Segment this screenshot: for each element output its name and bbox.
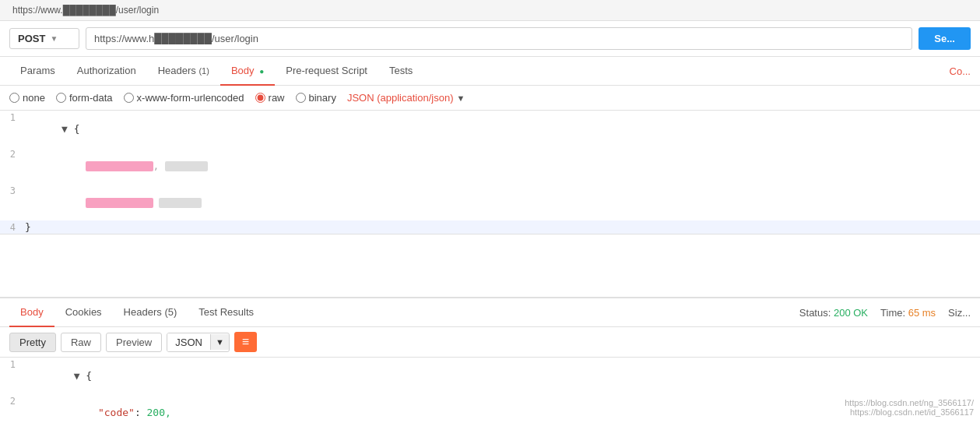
format-dropdown-icon[interactable]: ▼	[210, 334, 229, 350]
top-bar: https://www.████████/user/login	[0, 0, 980, 21]
tab-params[interactable]: Params	[9, 57, 66, 86]
format-select[interactable]: JSON ▼	[167, 333, 230, 352]
time-value: 65 ms	[908, 307, 936, 319]
response-format-row: Pretty Raw Preview JSON ▼ ≡	[0, 327, 980, 358]
url-input[interactable]	[86, 27, 912, 50]
editor-spacer	[0, 234, 980, 297]
format-preview-btn[interactable]: Preview	[106, 333, 162, 352]
code-line-1: 1 ▼ {	[0, 111, 980, 147]
format-json-label: JSON	[167, 333, 210, 351]
response-body: 1 ▼ { 2 "code": 200, 3 "message": "认证成功"…	[0, 358, 980, 423]
status-label: Status: 200 OK	[799, 307, 868, 319]
json-dropdown-icon[interactable]: ▼	[456, 93, 465, 103]
tab-cookies-right[interactable]: Co...	[950, 58, 971, 85]
method-chevron-icon: ▼	[50, 34, 58, 43]
method-select[interactable]: POST ▼	[9, 28, 79, 49]
option-binary[interactable]: binary	[296, 92, 336, 104]
response-tab-headers[interactable]: Headers (5)	[113, 298, 188, 327]
tab-body[interactable]: Body ●	[220, 57, 275, 86]
time-label: Time: 65 ms	[880, 307, 936, 319]
json-type-select[interactable]: JSON (application/json) ▼	[347, 92, 465, 104]
wrap-icon: ≡	[242, 335, 249, 348]
response-tab-cookies[interactable]: Cookies	[54, 298, 113, 327]
format-raw-btn[interactable]: Raw	[61, 333, 101, 352]
response-tabs: Body Cookies Headers (5) Test Results St…	[0, 298, 980, 327]
code-line-4: 4 }	[0, 220, 980, 234]
request-row: POST ▼ Se...	[0, 21, 980, 57]
request-body-editor[interactable]: 1 ▼ { 2 , 3 4 }	[0, 111, 980, 234]
send-button[interactable]: Se...	[919, 27, 971, 50]
request-tabs: Params Authorization Headers (1) Body ● …	[0, 57, 980, 86]
format-pretty-btn[interactable]: Pretty	[9, 333, 56, 352]
tab-pre-request[interactable]: Pre-request Script	[275, 57, 378, 86]
resp-line-1: 1 ▼ {	[0, 358, 980, 394]
code-line-2: 2 ,	[0, 147, 980, 184]
tab-headers[interactable]: Headers (1)	[147, 57, 220, 86]
tab-authorization[interactable]: Authorization	[66, 57, 147, 86]
option-form-data[interactable]: form-data	[56, 92, 113, 104]
response-section: Body Cookies Headers (5) Test Results St…	[0, 297, 980, 423]
body-format-options: none form-data x-www-form-urlencoded raw…	[0, 86, 980, 111]
response-tab-body[interactable]: Body	[9, 298, 54, 327]
watermark: https://blog.csdn.net/ng_3566117/ https:…	[845, 398, 974, 417]
response-meta: Status: 200 OK Time: 65 ms Siz...	[799, 299, 971, 326]
size-label: Siz...	[948, 307, 971, 319]
wrap-button[interactable]: ≡	[234, 332, 257, 352]
option-raw[interactable]: raw	[255, 92, 285, 104]
method-label: POST	[18, 33, 45, 44]
option-none[interactable]: none	[9, 92, 45, 104]
top-bar-url: https://www.████████/user/login	[12, 5, 159, 16]
resp-line-2: 2 "code": 200,	[0, 394, 980, 423]
response-tab-test-results[interactable]: Test Results	[188, 298, 265, 327]
tab-tests[interactable]: Tests	[378, 57, 423, 86]
code-line-3: 3	[0, 184, 980, 220]
status-value: 200 OK	[834, 307, 868, 319]
option-x-www[interactable]: x-www-form-urlencoded	[124, 92, 244, 104]
